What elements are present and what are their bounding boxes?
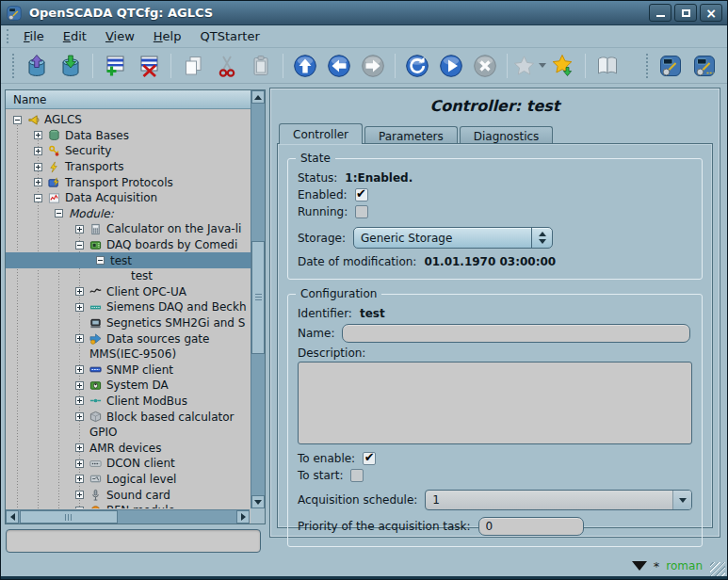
tree-item-transport-protocols[interactable]: Transport Protocols	[6, 174, 251, 190]
menu-help[interactable]: Help	[144, 26, 191, 46]
tree-item-daq-boards-by-comedi[interactable]: DAQ boards by Comedi	[6, 237, 251, 253]
tree-item-security[interactable]: Security	[6, 143, 251, 159]
tree-item-bfn-module[interactable]: BFN module	[6, 503, 251, 508]
tree-item-mms-iec-9506[interactable]: MMS(IEC-9506)	[6, 346, 251, 362]
tree-vertical-scrollbar[interactable]	[251, 90, 265, 508]
tree-item-segnetics-smh2gi-and-s[interactable]: Segnetics SMH2Gi and S	[6, 315, 251, 331]
copy-item-button[interactable]	[176, 51, 210, 81]
horizontal-scroll-thumb[interactable]	[20, 510, 118, 524]
titlebar[interactable]: OpenSCADA QTCfg: AGLCS ×	[1, 1, 727, 25]
enabled-checkbox[interactable]	[355, 188, 368, 201]
tree-expander-minus-icon[interactable]	[13, 116, 22, 124]
tree-expander-plus-icon[interactable]	[75, 225, 84, 234]
tree-item-logical-level[interactable]: Logical level	[6, 472, 251, 488]
tree-item-module[interactable]: Module:	[6, 206, 251, 222]
tree-expander-plus-icon[interactable]	[75, 459, 84, 468]
tree-status-field[interactable]	[6, 529, 261, 553]
tree-expander-minus-icon[interactable]	[55, 209, 63, 218]
tree-expander-minus-icon[interactable]	[96, 256, 105, 265]
tree-expander-plus-icon[interactable]	[34, 178, 42, 186]
dropdown-caret-icon[interactable]	[539, 63, 546, 68]
scroll-down-button[interactable]	[251, 495, 265, 508]
menu-edit[interactable]: Edit	[54, 26, 96, 46]
manual-button[interactable]	[590, 51, 624, 81]
menu-qtstarter[interactable]: QTStarter	[190, 26, 268, 46]
description-textarea[interactable]	[298, 362, 692, 444]
tree-expander-plus-icon[interactable]	[75, 412, 84, 421]
toolbar-drag-handle[interactable]	[12, 54, 14, 78]
scroll-up-button[interactable]	[251, 90, 265, 104]
tree-expander-minus-icon[interactable]	[34, 194, 42, 202]
maximize-button[interactable]	[674, 4, 697, 22]
start-button[interactable]	[434, 51, 468, 81]
dropdown-arrow-icon[interactable]	[672, 491, 691, 509]
add-item-button[interactable]	[98, 51, 132, 81]
load-from-db-button[interactable]	[20, 51, 54, 81]
menu-view[interactable]: View	[96, 26, 144, 46]
priority-input[interactable]	[478, 517, 584, 536]
tree-expander-plus-icon[interactable]	[75, 334, 84, 343]
save-to-db-button[interactable]	[54, 51, 88, 81]
tree-item-sound-card[interactable]: Sound card	[6, 487, 251, 503]
tree-item-client-opc-ua[interactable]: Client OPC-UA	[6, 284, 251, 300]
close-button[interactable]: ×	[700, 4, 722, 22]
tab-diagnostics[interactable]: Diagnostics	[460, 126, 554, 144]
tree-expander-plus-icon[interactable]	[34, 163, 42, 171]
tree-expander-plus-icon[interactable]	[75, 507, 84, 508]
tree-item-dcon-client[interactable]: DCON client	[6, 456, 251, 472]
menu-file[interactable]: File	[14, 26, 54, 46]
qtstarter-vision-button[interactable]	[688, 51, 721, 81]
storage-combobox[interactable]: Generic Storage	[353, 227, 553, 249]
tree-item-data-bases[interactable]: Data Bases	[6, 128, 251, 144]
tab-controller[interactable]: Controller	[279, 123, 363, 144]
tree-expander-plus-icon[interactable]	[75, 287, 84, 296]
refresh-button[interactable]	[400, 51, 434, 81]
add-favorite-button[interactable]	[546, 51, 580, 81]
qtstarter-qtcfg-button[interactable]	[654, 51, 688, 81]
tree-item-siemens-daq-and-beckh[interactable]: Siemens DAQ and Beckh	[6, 299, 251, 315]
tree-expander-plus-icon[interactable]	[34, 131, 42, 139]
go-up-button[interactable]	[288, 51, 322, 81]
tree-item-block-based-calculator[interactable]: Block based calculator	[6, 409, 251, 425]
tree-item-data-sources-gate[interactable]: Data sources gate	[6, 330, 251, 346]
to-enable-checkbox[interactable]	[363, 452, 376, 465]
tree-item-snmp-client[interactable]: SNMP client	[6, 362, 251, 379]
vertical-scroll-thumb[interactable]	[251, 241, 265, 354]
tree-expander-plus-icon[interactable]	[75, 365, 84, 374]
tree-expander-plus-icon[interactable]	[75, 303, 84, 312]
tree-item-calculator-on-the-java-li[interactable]: Calculator on the Java-li	[6, 221, 251, 237]
name-input[interactable]	[342, 324, 690, 343]
to-start-checkbox[interactable]	[350, 469, 364, 482]
scroll-left-button[interactable]	[6, 510, 19, 524]
tree-expander-plus-icon[interactable]	[75, 491, 84, 499]
tree-expander-plus-icon[interactable]	[75, 396, 84, 405]
tree-item-system-da[interactable]: System DA	[6, 378, 251, 394]
tree-item-transports[interactable]: Transports	[6, 159, 251, 175]
spinner-arrows-icon[interactable]	[531, 228, 552, 248]
tree-expander-plus-icon[interactable]	[75, 381, 84, 390]
tree-horizontal-scrollbar[interactable]	[6, 509, 250, 524]
go-back-button[interactable]	[322, 51, 356, 81]
tree-item-gpio[interactable]: GPIO	[6, 425, 251, 441]
tree-expander-minus-icon[interactable]	[75, 241, 84, 250]
tree-expander-plus-icon[interactable]	[75, 443, 84, 452]
minimize-button[interactable]	[649, 4, 671, 22]
acquisition-schedule-combobox[interactable]: 1	[425, 490, 692, 510]
scroll-right-button[interactable]	[236, 510, 250, 524]
menubar-drag-handle[interactable]	[7, 29, 8, 43]
tree-item-test-9[interactable]: test	[6, 252, 251, 268]
tree-header[interactable]: Name	[6, 90, 251, 109]
resize-grip[interactable]	[710, 562, 725, 577]
delete-item-button[interactable]	[132, 51, 166, 81]
tree-item-client-modbus[interactable]: Client ModBus	[6, 394, 251, 410]
toolbar-drag-handle[interactable]	[646, 54, 648, 78]
tree-item-aglcs[interactable]: AGLCS	[6, 112, 251, 128]
cut-item-button[interactable]	[210, 51, 244, 81]
running-checkbox[interactable]	[355, 205, 368, 218]
tree-item-data-acquisition[interactable]: Data Acquisition	[6, 190, 251, 206]
tree-item-test-10[interactable]: test	[6, 268, 251, 284]
tree-expander-plus-icon[interactable]	[75, 475, 84, 483]
messages-toggle-icon[interactable]	[632, 561, 647, 571]
tree-expander-plus-icon[interactable]	[34, 147, 42, 155]
tab-parameters[interactable]: Parameters	[364, 126, 458, 144]
